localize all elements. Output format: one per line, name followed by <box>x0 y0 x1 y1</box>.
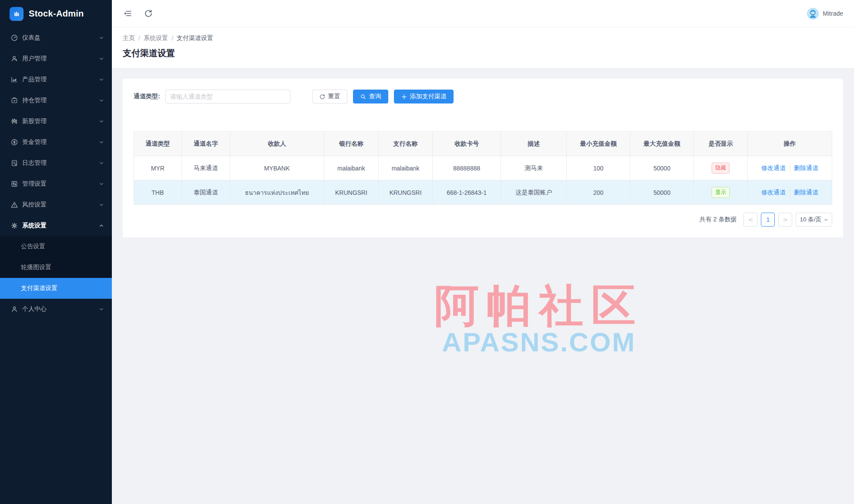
plus-icon <box>401 93 407 100</box>
chevron-down-icon <box>99 56 104 61</box>
cell-name: 马来通道 <box>182 156 230 180</box>
page-size-select[interactable]: 10 条/页 <box>796 213 832 227</box>
sidebar-subitem-公告设置[interactable]: 公告设置 <box>0 236 112 257</box>
chevron-down-icon <box>99 140 104 145</box>
table-header-row: 通道类型通道名字收款人银行名称支行名称收款卡号描述最小充值金额最大充值金额是否显… <box>134 132 832 156</box>
pagination-page-1[interactable]: 1 <box>761 213 775 227</box>
content: 通道类型: 重置 查询 添加支付渠道 <box>112 68 854 504</box>
edit-channel-link[interactable]: 修改通道 <box>761 189 786 196</box>
chevron-down-icon <box>99 181 104 187</box>
cell-branch: malaibank <box>379 156 433 180</box>
query-button[interactable]: 查询 <box>353 90 388 103</box>
breadcrumb-current: 支付渠道设置 <box>177 34 213 42</box>
sidebar-item-日志管理[interactable]: 日志管理 <box>0 153 112 174</box>
column-header-visible: 是否显示 <box>694 132 748 156</box>
cell-max: 50000 <box>630 156 694 180</box>
sidebar-item-持仓管理[interactable]: 持仓管理 <box>0 90 112 111</box>
sidebar-item-label: 个人中心 <box>22 305 99 313</box>
column-header-desc: 描述 <box>501 132 567 156</box>
chevron-down-icon <box>824 217 828 222</box>
topbar: Mitrade <box>112 0 854 27</box>
table-row: THB泰国通道ธนาคารแห่งประเทศไทยKRUNGSRIKRUNGS… <box>134 180 832 205</box>
chevron-down-icon <box>99 77 104 82</box>
chevron-down-icon <box>99 35 104 40</box>
breadcrumb: 主页/系统设置/支付渠道设置 <box>123 34 843 42</box>
sidebar-item-label: 仪表盘 <box>22 34 99 42</box>
chevron-up-icon <box>99 223 104 228</box>
breadcrumb-link[interactable]: 系统设置 <box>144 34 168 42</box>
menu-fold-icon[interactable] <box>123 9 132 18</box>
sidebar: Stock-Admin 仪表盘用户管理产品管理持仓管理新股管理资金管理日志管理管… <box>0 0 112 504</box>
refresh-icon[interactable] <box>144 9 153 18</box>
column-header-min: 最小充值金额 <box>567 132 630 156</box>
sidebar-item-用户管理[interactable]: 用户管理 <box>0 48 112 69</box>
chevron-down-icon <box>99 119 104 124</box>
add-payment-channel-button[interactable]: 添加支付渠道 <box>394 90 454 103</box>
gear-icon <box>10 222 18 230</box>
pagination-next-button[interactable]: > <box>778 213 792 227</box>
sidebar-item-系统设置[interactable]: 系统设置 <box>0 215 112 236</box>
pagination-total: 共有 2 条数据 <box>699 216 737 224</box>
sidebar-menu: 仪表盘用户管理产品管理持仓管理新股管理资金管理日志管理管理设置风控设置系统设置公… <box>0 27 112 320</box>
breadcrumb-separator: / <box>138 35 140 42</box>
user-name: Mitrade <box>823 10 843 17</box>
cell-payee: ธนาคารแห่งประเทศไทย <box>230 180 324 205</box>
sidebar-item-产品管理[interactable]: 产品管理 <box>0 69 112 90</box>
sidebar-item-label: 用户管理 <box>22 55 99 63</box>
risk-icon <box>10 201 18 209</box>
column-header-branch: 支行名称 <box>379 132 433 156</box>
admin-icon <box>10 180 18 188</box>
sidebar-item-个人中心[interactable]: 个人中心 <box>0 299 112 320</box>
delete-channel-link[interactable]: 删除通道 <box>794 164 818 171</box>
sidebar-item-新股管理[interactable]: 新股管理 <box>0 111 112 132</box>
reset-button[interactable]: 重置 <box>312 90 347 103</box>
sidebar-item-label: 系统设置 <box>22 222 99 230</box>
channel-type-input[interactable] <box>165 90 290 103</box>
sidebar-subitem-label: 公告设置 <box>21 243 45 250</box>
pagination: 共有 2 条数据 < 1 > 10 条/页 <box>134 213 832 227</box>
pagination-prev-button[interactable]: < <box>743 213 757 227</box>
cell-card: 88888888 <box>433 156 501 180</box>
app-title: Stock-Admin <box>29 9 84 19</box>
sidebar-item-管理设置[interactable]: 管理设置 <box>0 174 112 194</box>
candles-icon <box>10 117 18 125</box>
breadcrumb-separator: / <box>171 35 173 42</box>
cell-actions: 修改通道删除通道 <box>748 180 832 205</box>
column-header-card: 收款卡号 <box>433 132 501 156</box>
column-header-name: 通道名字 <box>182 132 230 156</box>
sidebar-subitem-轮播图设置[interactable]: 轮播图设置 <box>0 257 112 278</box>
cell-desc: 测马来 <box>501 156 567 180</box>
edit-channel-link[interactable]: 修改通道 <box>761 164 786 171</box>
user-menu[interactable]: Mitrade <box>807 8 843 20</box>
cell-card: 668-1-26843-1 <box>433 180 501 205</box>
sidebar-item-label: 风控设置 <box>22 201 99 209</box>
user-icon <box>10 55 18 63</box>
app-logo: Stock-Admin <box>0 0 112 27</box>
cell-max: 50000 <box>630 180 694 205</box>
visibility-badge: 隐藏 <box>712 163 730 174</box>
breadcrumb-link[interactable]: 主页 <box>123 34 135 42</box>
watermark: 阿帕社区 APASNS.COM <box>434 284 643 356</box>
cell-visible: 隐藏 <box>694 156 748 180</box>
action-divider <box>790 165 790 171</box>
person-icon <box>10 305 18 313</box>
cell-type: MYR <box>134 156 182 180</box>
cell-payee: MYBANK <box>230 156 324 180</box>
fund-icon <box>10 138 18 146</box>
app-root: Stock-Admin 仪表盘用户管理产品管理持仓管理新股管理资金管理日志管理管… <box>0 0 854 504</box>
filter-row: 通道类型: 重置 查询 添加支付渠道 <box>134 90 832 103</box>
log-icon <box>10 159 18 167</box>
watermark-line1: 阿帕社区 <box>434 284 643 328</box>
sidebar-subitem-label: 轮播图设置 <box>21 264 51 271</box>
sidebar-item-仪表盘[interactable]: 仪表盘 <box>0 27 112 48</box>
gauge-icon <box>10 34 18 42</box>
cell-min: 200 <box>567 180 630 205</box>
topbar-left <box>123 9 153 18</box>
sidebar-item-资金管理[interactable]: 资金管理 <box>0 132 112 153</box>
user-avatar-icon <box>807 8 819 20</box>
action-divider <box>790 190 790 195</box>
chart-icon <box>10 76 18 83</box>
sidebar-subitem-支付渠道设置[interactable]: 支付渠道设置 <box>0 278 112 299</box>
sidebar-item-风控设置[interactable]: 风控设置 <box>0 194 112 215</box>
delete-channel-link[interactable]: 删除通道 <box>794 189 818 196</box>
